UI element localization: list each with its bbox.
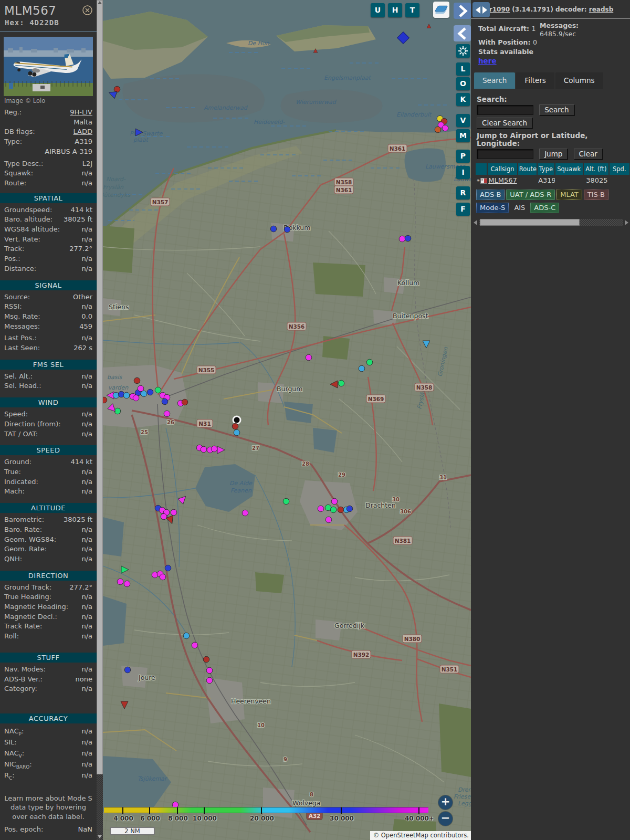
zoom-in-button[interactable]: +	[438, 795, 453, 810]
aircraft-marker[interactable]	[183, 633, 190, 639]
map-button-k[interactable]: K	[456, 93, 470, 106]
filter-tisb[interactable]: TIS-B	[584, 190, 608, 200]
filter-adsb[interactable]: ADS-B	[476, 190, 505, 200]
tab-search[interactable]: Search	[474, 72, 515, 89]
aircraft-marker[interactable]	[123, 392, 130, 398]
layers-icon[interactable]	[433, 2, 449, 18]
aircraft-marker[interactable]	[366, 359, 373, 365]
jump-clear-button[interactable]: Clear	[574, 149, 603, 160]
aircraft-marker[interactable]	[399, 236, 405, 242]
scroll-left-icon[interactable]	[474, 220, 477, 225]
aircraft-marker[interactable]	[330, 507, 337, 513]
aircraft-marker[interactable]	[160, 574, 166, 580]
aircraft-marker[interactable]	[114, 86, 120, 92]
aircraft-marker[interactable]	[161, 513, 167, 520]
clear-search-button[interactable]: Clear Search	[477, 118, 532, 129]
h-scrollbar-thumb[interactable]	[480, 219, 580, 226]
zoom-out-button[interactable]: −	[438, 812, 453, 826]
filter-ais[interactable]: AIS	[510, 203, 529, 213]
aircraft-marker[interactable]	[338, 380, 344, 386]
aircraft-marker[interactable]	[206, 677, 213, 684]
aircraft-marker[interactable]	[192, 642, 198, 648]
search-input[interactable]	[477, 105, 533, 115]
scroll-right-icon[interactable]	[625, 220, 628, 225]
map-button-v[interactable]: V	[456, 114, 470, 127]
aircraft-marker[interactable]	[182, 399, 188, 405]
aircraft-marker[interactable]	[124, 581, 130, 587]
column-header-Callsign[interactable]: Callsign	[487, 163, 518, 175]
readsb-link[interactable]: readsb	[589, 6, 613, 13]
aircraft-marker[interactable]	[141, 391, 147, 397]
aircraft-marker[interactable]	[201, 446, 207, 453]
link-value[interactable]: 9H-LIV	[70, 108, 92, 118]
aircraft-marker[interactable]	[152, 572, 158, 578]
column-header-Spd.[interactable]: Spd.	[609, 163, 630, 175]
search-button[interactable]: Search	[539, 104, 574, 116]
aircraft-marker[interactable]	[359, 365, 365, 372]
aircraft-marker[interactable]	[134, 377, 140, 384]
aircraft-marker[interactable]	[405, 235, 411, 242]
scroll-up-icon[interactable]	[98, 1, 102, 4]
close-icon[interactable]	[82, 5, 92, 15]
tab-columns[interactable]: Columns	[555, 72, 603, 89]
map[interactable]: DokkumKollumBuitenpostStiensBurgumDracht…	[103, 0, 471, 840]
selected-aircraft-marker[interactable]	[233, 416, 242, 425]
filter-modes[interactable]: Mode-S	[476, 203, 509, 213]
map-button-p[interactable]: P	[456, 150, 470, 163]
aircraft-marker[interactable]	[211, 446, 217, 452]
aircraft-marker[interactable]	[114, 408, 121, 414]
map-button-u[interactable]: U	[371, 3, 385, 17]
aircraft-row[interactable]: ✳MLM567A31938025	[476, 175, 630, 185]
map-button-i[interactable]: I	[456, 166, 470, 179]
aircraft-marker[interactable]	[203, 656, 209, 663]
aircraft-marker[interactable]	[331, 498, 338, 505]
scroll-down-icon[interactable]	[98, 835, 102, 838]
column-header-Route[interactable]: Route	[518, 163, 537, 175]
column-header-Type[interactable]: Type	[537, 163, 554, 175]
filter-uat[interactable]: UAT / ADS-R	[506, 190, 555, 200]
aircraft-photo[interactable]	[4, 37, 93, 96]
aircraft-marker[interactable]	[147, 389, 153, 395]
aircraft-marker[interactable]	[338, 507, 344, 513]
osm-link[interactable]: OpenStreetMap	[381, 832, 428, 839]
aircraft-marker[interactable]	[318, 506, 324, 512]
aircraft-marker[interactable]	[270, 226, 277, 232]
aircraft-marker[interactable]	[326, 517, 332, 523]
callsign-cell[interactable]: MLM567	[487, 175, 518, 185]
map-button-r[interactable]: R	[456, 186, 470, 200]
settings-gear-icon[interactable]	[456, 44, 470, 58]
link-value[interactable]: LADD	[74, 127, 92, 137]
column-header-Alt. (ft)[interactable]: Alt. (ft)	[583, 163, 608, 175]
column-header-icon[interactable]	[476, 163, 487, 175]
panel-expand-button[interactable]	[454, 3, 471, 19]
aircraft-marker[interactable]	[284, 226, 290, 233]
map-button-t[interactable]: T	[405, 3, 419, 17]
aircraft-marker[interactable]	[162, 398, 168, 405]
left-scrollbar[interactable]	[97, 0, 103, 840]
aircraft-marker[interactable]	[113, 392, 119, 398]
aircraft-marker[interactable]	[283, 498, 289, 505]
stats-here-link[interactable]: here	[478, 57, 497, 65]
map-button-o[interactable]: O	[456, 77, 470, 90]
map-button-l[interactable]: L	[456, 62, 470, 76]
aircraft-marker[interactable]	[155, 387, 161, 393]
tab-filters[interactable]: Filters	[516, 72, 554, 89]
filter-mlat[interactable]: MLAT	[556, 190, 582, 200]
aircraft-marker[interactable]	[206, 667, 213, 674]
aircraft-marker[interactable]	[232, 423, 238, 429]
table-h-scrollbar[interactable]	[474, 219, 628, 226]
aircraft-marker[interactable]	[124, 667, 131, 673]
sidebar-toggle-icon[interactable]	[472, 2, 490, 17]
aircraft-marker[interactable]	[442, 125, 448, 131]
aircraft-marker[interactable]	[306, 354, 312, 361]
map-button-f[interactable]: F	[456, 203, 470, 216]
aircraft-marker[interactable]	[133, 395, 139, 401]
column-header-Squawk[interactable]: Squawk	[555, 163, 584, 175]
filter-adsc[interactable]: ADS-C	[530, 203, 559, 213]
aircraft-marker[interactable]	[103, 397, 107, 403]
panel-collapse-button[interactable]	[454, 25, 471, 41]
aircraft-marker[interactable]	[118, 391, 124, 397]
left-scrollbar-thumb[interactable]	[97, 0, 103, 774]
map-button-h[interactable]: H	[388, 3, 402, 17]
aircraft-marker[interactable]	[164, 411, 170, 417]
